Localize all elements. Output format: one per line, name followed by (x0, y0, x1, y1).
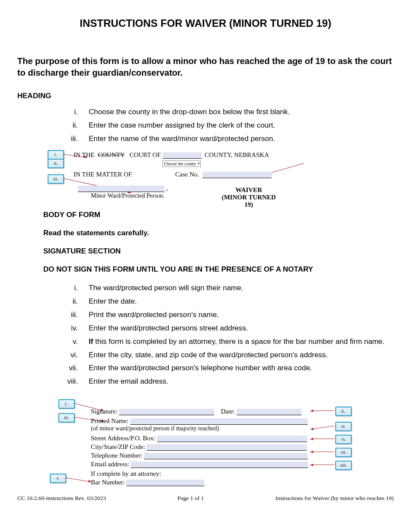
roman-numeral: iv. (17, 324, 89, 333)
label-bar: Bar Number: (91, 479, 125, 486)
blank-city (147, 444, 307, 451)
roman-numeral: vi. (17, 350, 89, 360)
bold-if: If (89, 337, 93, 346)
label-printed: Printed Name: (91, 417, 128, 424)
text-court-of: COURT OF (129, 151, 161, 158)
label-street: Street Address/P.O. Box: (91, 435, 155, 442)
signature-section-label: SIGNATURE SECTION (43, 247, 394, 256)
instruction-text: If this form is completed by an attorney… (89, 337, 394, 347)
blank-printed (130, 418, 308, 425)
callout-iv: iv. (335, 422, 352, 431)
roman-numeral: i. (17, 107, 89, 117)
footer-center: Page 1 of 1 (177, 495, 204, 502)
notary-warning: DO NOT SIGN THIS FORM UNTIL YOU ARE IN T… (43, 265, 394, 274)
text-in-the: IN THE (74, 151, 94, 158)
arrow-line (65, 478, 91, 482)
instruction-text: Enter the ward/protected persons street … (89, 324, 394, 333)
footer-left: CC 16:2.60-instructions Rev. 03/2023 (17, 495, 106, 502)
roman-numeral: i. (17, 283, 89, 293)
label-email: Email address: (91, 461, 129, 468)
roman-numeral: v. (17, 337, 89, 347)
arrow-line (311, 439, 334, 439)
bar-line: Bar Number: (91, 479, 204, 486)
instruction-text: The ward/protected person will sign thei… (89, 283, 394, 293)
callout-i: i.. (58, 399, 75, 409)
page-title: INSTRUCTIONS FOR WAIVER (MINOR TURNED 19… (17, 17, 394, 29)
callout-v: v. (50, 474, 66, 483)
arrow-line (311, 410, 334, 411)
signature-instruction-list: i.The ward/protected person will sign th… (17, 282, 394, 389)
instruction-text: Enter the email address. (89, 377, 394, 387)
heading-section-label: HEADING (17, 92, 394, 100)
purpose-text: The purpose of this form is to allow a m… (17, 55, 394, 79)
roman-numeral: iii. (17, 310, 89, 320)
label-attorney: If complete by an attorney: (91, 470, 161, 478)
county-dropdown[interactable]: Choose the county (162, 160, 201, 167)
arrow-line (311, 452, 334, 452)
instruction-text: Print the ward/protected person's name. (89, 310, 394, 320)
blank-minor-name (78, 186, 164, 192)
text-in-matter: IN THE MATTER OF (74, 171, 132, 178)
arrow-line (311, 465, 334, 465)
case-no-line: Case No. (175, 171, 272, 178)
blank-case-no (202, 172, 272, 178)
document-page: INSTRUCTIONS FOR WAIVER (MINOR TURNED 19… (0, 0, 411, 510)
email-line: Email address: (91, 461, 308, 468)
roman-numeral: ii. (17, 297, 89, 307)
instruction-text: Enter the city, state, and zip code of t… (89, 350, 394, 360)
blank-tel (144, 453, 308, 459)
blank-date (237, 409, 302, 415)
text-county-nebraska: COUNTY, NEBRASKA (205, 151, 269, 158)
text-county-strike: COUNTY (98, 151, 125, 158)
footer-right: Instructions for Waiver (by minor who re… (276, 495, 394, 502)
roman-numeral: iii. (17, 134, 89, 144)
label-date: Date: (221, 408, 234, 415)
list-item: vii.Enter the ward/protected person's te… (17, 362, 394, 375)
list-item: i.Choose the county in the drop-down box… (17, 106, 394, 119)
blank-county (163, 152, 202, 159)
label-case-no: Case No. (175, 171, 199, 178)
list-item: ii.Enter the case number assigned by the… (17, 119, 394, 132)
page-footer: CC 16:2.60-instructions Rev. 03/2023 Pag… (17, 495, 394, 502)
minor-name-line: , (78, 185, 168, 192)
form-line-county: IN THE COUNTY COURT OF COUNTY, NEBRASKA (74, 151, 269, 159)
tel-line: Telephone Number: (91, 452, 308, 459)
label-minor-ward: Minor Ward/Protected Person. (91, 192, 164, 199)
instruction-text: Enter the ward/protected person's teleph… (89, 363, 394, 373)
instruction-text: Choose the county in the drop-down box b… (89, 107, 394, 117)
label-tel: Telephone Number: (91, 452, 142, 459)
form-sample-signature: i.. iii. v. ii.. iv. vi. vii. viii. Sign… (48, 399, 394, 490)
blank-email (131, 461, 308, 468)
roman-numeral: ii. (17, 121, 89, 131)
list-item: iii.Enter the name of the ward/minor war… (17, 132, 394, 146)
roman-numeral: vii. (17, 363, 89, 373)
callout-vi: vi. (335, 435, 352, 444)
list-item: viii.Enter the email address. (17, 375, 394, 388)
read-carefully-label: Read the statements carefully. (43, 229, 394, 237)
callout-iii: iii. (48, 174, 64, 184)
list-item: i.The ward/protected person will sign th… (17, 282, 394, 295)
callout-ii: ii.. (335, 407, 352, 416)
instruction-text: Enter the name of the ward/minor ward/pr… (89, 134, 394, 144)
waiver-title-block: WAIVER (MINOR TURNED 19) (218, 186, 279, 208)
street-line: Street Address/P.O. Box: (91, 435, 307, 442)
callout-i: i. (48, 150, 64, 160)
heading-instruction-list: i.Choose the county in the drop-down box… (17, 106, 394, 146)
list-item: ii.Enter the date. (17, 295, 394, 308)
printed-name-line: Printed Name: (91, 417, 308, 425)
signature-line: Signature: Date: (91, 408, 302, 415)
form-sample-heading: i. iii. ii. IN THE COUNTY COURT OF COUNT… (48, 150, 394, 206)
list-item: iv.Enter the ward/protected persons stre… (17, 322, 394, 335)
callout-iii: iii. (58, 413, 75, 423)
roman-numeral: viii. (17, 377, 89, 387)
blank-signature (119, 409, 214, 415)
instruction-text: Enter the case number assigned by the cl… (89, 121, 394, 131)
arrow-line (311, 426, 334, 429)
city-line: City/State/ZIP Code: (91, 443, 307, 451)
blank-street (157, 436, 307, 442)
label-city: City/State/ZIP Code: (91, 443, 145, 450)
instruction-text: Enter the date. (89, 297, 394, 307)
list-item: iii.Print the ward/protected person's na… (17, 308, 394, 322)
text-waiver-sub: (MINOR TURNED 19) (218, 194, 279, 208)
callout-vii: vii. (335, 448, 352, 457)
